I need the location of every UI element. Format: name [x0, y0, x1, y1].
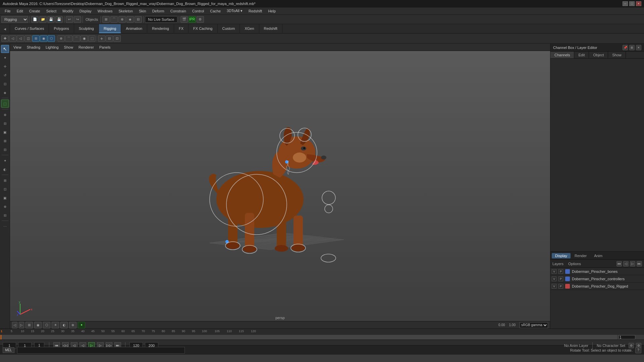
snap-curve-btn[interactable]: ⌒	[110, 16, 118, 23]
rotate-btn[interactable]: ◉	[40, 35, 47, 42]
cam-prev-btn[interactable]: ◁	[12, 322, 17, 328]
multisample-btn[interactable]: ⊕	[69, 322, 76, 328]
paint-tool-lt[interactable]: ✦	[1, 54, 9, 62]
camera-lt[interactable]: ⊡	[1, 185, 9, 193]
snap-surface-btn[interactable]: ◈	[126, 16, 134, 23]
open-file-btn[interactable]: 📁	[39, 16, 47, 23]
scale-tool-lt[interactable]: ⊡	[1, 80, 9, 88]
close-button[interactable]: ✕	[636, 1, 641, 6]
menu-display[interactable]: Display	[77, 8, 94, 14]
rp-tab-channels[interactable]: Channels	[550, 52, 574, 58]
output-lt[interactable]: ⊟	[1, 145, 9, 154]
transform-btn[interactable]: ◫	[24, 35, 32, 42]
hud-lt[interactable]: ⊕	[1, 202, 9, 210]
layer-v-bones[interactable]: V	[552, 269, 556, 274]
rp-close-btn[interactable]: ✕	[636, 45, 641, 50]
layers-nav-end[interactable]: ⏭	[637, 261, 642, 266]
tab-rendering[interactable]: Rendering	[147, 24, 174, 33]
layer-p-dog[interactable]: P	[558, 284, 563, 289]
frame-input[interactable]	[619, 335, 635, 339]
select-tool-lt[interactable]: ↖	[1, 45, 9, 53]
undo-btn[interactable]: ↩	[66, 16, 73, 23]
ipr-btn[interactable]: IPR	[189, 16, 196, 23]
menu-redshift[interactable]: Redshift	[246, 8, 265, 14]
snap-grid-btn[interactable]: ⊞	[102, 16, 110, 23]
vp-panels-menu[interactable]: Panels	[98, 45, 112, 49]
snap-view-btn[interactable]: ⊟	[135, 16, 142, 23]
cam-next-btn[interactable]: ▷	[19, 322, 24, 328]
render-settings-btn[interactable]: ⚙	[197, 16, 204, 23]
move-tool-lt[interactable]: ✛	[1, 62, 9, 70]
menu-file[interactable]: File	[2, 8, 13, 14]
menu-cache[interactable]: Cache	[207, 8, 223, 14]
status-input[interactable]	[17, 347, 185, 354]
minimize-button[interactable]: ─	[623, 1, 628, 6]
cluster-btn[interactable]: ◉	[80, 35, 88, 42]
snap-point-btn[interactable]: ⊕	[118, 16, 126, 23]
soft-select-lt[interactable]: ⬚	[1, 100, 9, 108]
paint-select-btn[interactable]: ◁	[17, 35, 24, 42]
layer-p-controllers[interactable]: P	[558, 277, 563, 281]
menu-modify[interactable]: Modify	[60, 8, 76, 14]
ik-spline-btn[interactable]: ⌒	[73, 35, 80, 42]
vp-view-menu[interactable]: View	[12, 45, 23, 49]
menu-skeleton[interactable]: Skeleton	[116, 8, 136, 14]
misc-lt[interactable]: ⋯	[1, 222, 9, 230]
viewport-content[interactable]: persp x y z	[10, 51, 550, 321]
save-as-btn[interactable]: 💾	[55, 16, 63, 23]
layers-nav-next[interactable]: ▷	[630, 261, 635, 266]
rp-tab-show[interactable]: Show	[608, 52, 626, 58]
grid-lt[interactable]: ▣	[1, 194, 9, 202]
universal-tool-lt[interactable]: ◈	[1, 88, 9, 97]
lasso-btn[interactable]: ◁	[9, 35, 16, 42]
menu-help[interactable]: Help	[265, 8, 278, 14]
snap-lt[interactable]: ✦	[1, 157, 9, 165]
ik-handle-btn[interactable]: ⌒	[65, 35, 72, 42]
timeline-numbers[interactable]: 1 5 10 15 20 25 30 35 40 45 50 55 60 65 …	[0, 329, 644, 335]
show-hide-lt[interactable]: ⊕	[1, 111, 9, 119]
xray-lt[interactable]: ⊟	[1, 211, 9, 219]
smooth-btn[interactable]: ◉	[34, 322, 42, 328]
wireframe-btn[interactable]: ⊞	[25, 322, 33, 328]
history-lt[interactable]: ▣	[1, 128, 9, 136]
layer-v-dog[interactable]: V	[552, 284, 556, 289]
vp-shading-menu[interactable]: Shading	[25, 45, 42, 49]
tab-custom[interactable]: Custom	[218, 24, 240, 33]
render-btn[interactable]: 🎬	[180, 16, 188, 23]
tab-rigging[interactable]: Rigging	[99, 24, 121, 33]
input-lt[interactable]: ⊞	[1, 137, 9, 145]
maximize-button[interactable]: □	[629, 1, 635, 6]
mel-label[interactable]: MEL	[3, 347, 14, 353]
gamma-dropdown[interactable]: sRGB gamma	[520, 322, 548, 328]
redo-btn[interactable]: ↪	[74, 16, 81, 23]
attr-lt[interactable]: ⊟	[1, 119, 9, 127]
vp-lighting-menu[interactable]: Lighting	[44, 45, 60, 49]
move-btn[interactable]: ⊞	[32, 35, 40, 42]
xray-joints-btn[interactable]: ✦	[78, 322, 85, 328]
rp-tab-edit[interactable]: Edit	[574, 52, 589, 58]
layers-nav-start[interactable]: ⏮	[616, 261, 622, 266]
mode-dropdown[interactable]: Rigging	[1, 16, 28, 23]
frame-btn[interactable]: ⊟	[106, 35, 113, 42]
module-tab-left-arrow[interactable]: ◂	[0, 24, 10, 33]
vp-show-menu[interactable]: Show	[63, 45, 75, 49]
display-tab-render[interactable]: Render	[571, 253, 590, 258]
shadow-btn[interactable]: ◐	[60, 322, 68, 328]
menu-create[interactable]: Create	[26, 8, 43, 14]
layer-v-controllers[interactable]: V	[552, 277, 556, 281]
tab-curves-surfaces[interactable]: Curves / Surfaces	[10, 24, 49, 33]
tab-fx-caching[interactable]: FX Caching	[189, 24, 217, 33]
layer-item-bones[interactable]: V P Doberman_Pinscher_bones	[550, 268, 644, 275]
menu-3dtoall[interactable]: 3DToAll ▾	[224, 8, 245, 14]
rig-jaw-ctrl[interactable]	[322, 191, 335, 204]
extra-btn1[interactable]: ⊡	[113, 35, 121, 42]
rp-pin-btn[interactable]: 📌	[623, 45, 628, 50]
rotate-tool-lt[interactable]: ↺	[1, 71, 9, 79]
menu-skin[interactable]: Skin	[136, 8, 149, 14]
layer-p-bones[interactable]: P	[558, 269, 563, 274]
menu-constrain[interactable]: Constrain	[168, 8, 189, 14]
save-file-btn[interactable]: 💾	[47, 16, 55, 23]
tab-polygons[interactable]: Polygons	[49, 24, 74, 33]
lattice-btn[interactable]: ⬚	[88, 35, 96, 42]
joint-tool-btn[interactable]: ⊕	[57, 35, 65, 42]
